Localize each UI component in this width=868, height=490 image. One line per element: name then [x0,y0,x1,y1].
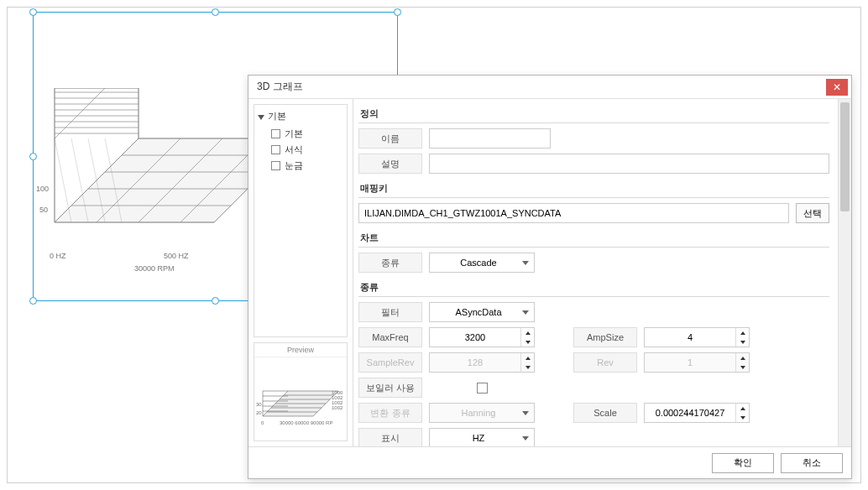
cancel-button[interactable]: 취소 [781,453,843,473]
spinner-up-icon[interactable] [736,404,749,413]
dropdown-value: ASyncData [435,307,522,317]
resize-handle-bm[interactable] [212,297,219,305]
label-filter: 필터 [358,302,422,322]
tree-parent-basic[interactable]: 기본 [258,110,343,122]
spinner-value: 128 [430,357,520,368]
row-display: 표시 HZ [358,428,829,446]
checkbox-icon[interactable] [271,129,280,138]
spinner-down-icon[interactable] [521,337,534,347]
spinner-value: 0.000244170427 [645,408,735,418]
dropdown-transform: Hanning [429,403,535,423]
scrollbar-thumb[interactable] [840,102,850,211]
dropdown-display[interactable]: HZ [429,428,535,446]
row-mapping: 선택 [358,203,829,223]
label-desc: 설명 [358,154,422,174]
svg-text:30: 30 [256,402,262,407]
tree-item-label: 기본 [285,128,303,140]
dropdown-value: Hanning [435,408,522,418]
row-samplerev-rev: SampleRev 128 Rev 1 [358,352,829,373]
row-name: 이름 [358,128,829,149]
input-desc[interactable] [429,154,829,174]
expand-icon[interactable] [258,115,264,120]
spinner-down-icon [736,362,749,372]
spinner-ampsize[interactable]: 4 [644,327,750,347]
row-filter: 필터 ASyncData [358,302,829,322]
resize-handle-tr[interactable] [394,8,401,16]
row-chart-type: 종류 Cascade [358,253,829,273]
tree-item-format[interactable]: 서식 [271,142,343,158]
svg-line-7 [55,88,139,138]
spinner-value: 1 [645,357,735,368]
tree-item-grid[interactable]: 눈금 [271,158,343,174]
select-button[interactable]: 선택 [796,203,829,223]
tree-item-label: 눈금 [285,159,303,172]
resize-handle-ml[interactable] [29,153,37,160]
svg-text:20: 20 [256,410,262,415]
spinner-samplerev: 128 [429,352,535,373]
spinner-buttons [735,353,749,372]
label-type: 종류 [358,253,422,273]
x-tick-0hz: 0 HZ [50,252,66,260]
label-samplerev: SampleRev [358,352,422,373]
label-name: 이름 [358,128,422,149]
canvas-area[interactable]: 100 50 0 HZ 500 HZ 30000 RPM 3D 그래프 ✕ [8,8,860,482]
right-pane: 정의 이름 설명 매핑키 선택 [353,99,851,446]
chevron-down-icon [522,261,529,265]
form-scroll[interactable]: 정의 이름 설명 매핑키 선택 [353,99,838,446]
vertical-scrollbar[interactable] [838,99,851,446]
spinner-up-icon[interactable] [736,328,749,337]
spinner-value: 3200 [430,332,520,342]
tree-item-basic[interactable]: 기본 [271,126,343,142]
ok-button[interactable]: 확인 [712,453,774,473]
section-definition: 정의 [358,104,829,123]
tree-item-label: 서식 [285,143,303,156]
dialog-body: 기본 기본 서식 [248,99,851,446]
dialog-footer: 확인 취소 [248,446,851,478]
spinner-rev: 1 [644,352,750,373]
resize-handle-tm[interactable] [212,8,219,16]
y-tick-50: 50 [39,206,48,214]
input-name[interactable] [429,128,551,149]
spinner-buttons [520,353,534,372]
svg-text:1002: 1002 [332,405,343,410]
preview-panel: Preview [254,342,348,441]
spinner-maxfreq[interactable]: 3200 [429,327,535,347]
resize-handle-bl[interactable] [29,297,37,305]
label-scale: Scale [573,403,637,423]
chevron-down-icon [522,310,529,315]
checkbox-boiler[interactable] [477,383,488,394]
dropdown-chart-type[interactable]: Cascade [429,253,535,273]
dialog-title: 3D 그래프 [257,80,826,94]
chevron-down-icon [522,411,529,415]
chevron-down-icon [522,436,529,440]
label-maxfreq: MaxFreq [358,327,422,347]
spinner-up-icon [521,353,534,362]
x-tick-500hz: 500 HZ [164,252,189,260]
document-frame: 100 50 0 HZ 500 HZ 30000 RPM 3D 그래프 ✕ [7,7,861,483]
svg-line-31 [55,138,71,222]
preview-chart-icon: 0 30000 60000 90000 RP 1000 1002 1002 10… [254,357,347,433]
label-display: 표시 [358,428,422,446]
close-icon: ✕ [833,81,841,93]
tree-children: 기본 서식 눈금 [271,126,343,174]
checkbox-icon[interactable] [271,161,280,170]
checkbox-icon[interactable] [271,145,280,154]
row-transform-scale: 변환 종류 Hanning Scale 0.000244170427 [358,403,829,423]
spinner-down-icon[interactable] [736,337,749,347]
row-desc: 설명 [358,154,829,174]
input-mapping-key[interactable] [358,203,789,223]
spinner-up-icon[interactable] [521,328,534,337]
label-rev: Rev [573,352,637,373]
dialog-titlebar[interactable]: 3D 그래프 ✕ [248,76,851,99]
spinner-buttons [735,404,749,422]
row-maxfreq-ampsize: MaxFreq 3200 AmpSize 4 [358,327,829,347]
spinner-up-icon [736,353,749,362]
spinner-scale[interactable]: 0.000244170427 [644,403,750,423]
resize-handle-tl[interactable] [29,8,37,16]
settings-tree[interactable]: 기본 기본 서식 [254,104,348,337]
spinner-down-icon[interactable] [736,413,749,422]
dropdown-filter[interactable]: ASyncData [429,302,535,322]
row-boiler: 보일러 사용 [358,378,829,398]
close-button[interactable]: ✕ [826,79,848,96]
svg-text:0: 0 [261,420,264,425]
